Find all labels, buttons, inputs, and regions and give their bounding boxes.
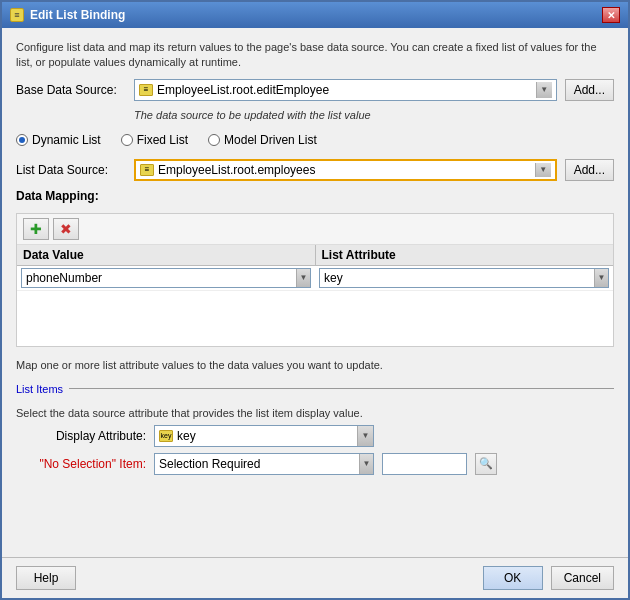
map-hint-text: Map one or more list attribute values to…: [16, 359, 614, 371]
edit-list-binding-dialog: ≡ Edit List Binding ✕ Configure list dat…: [0, 0, 630, 600]
list-items-divider: List Items: [16, 383, 614, 395]
radio-dynamic-label: Dynamic List: [32, 133, 101, 147]
add-mapping-button[interactable]: ✚: [23, 218, 49, 240]
list-data-source-combo-inner: ≡ EmployeeList.root.employees: [140, 163, 535, 177]
list-items-section: Select the data source attribute that pr…: [16, 407, 614, 475]
list-attribute-header: List Attribute: [316, 245, 614, 265]
data-mapping-label: Data Mapping:: [16, 189, 614, 203]
base-data-source-label: Base Data Source:: [16, 83, 126, 97]
data-value-combo-arrow[interactable]: ▼: [296, 269, 310, 287]
base-data-source-combo-inner: ≡ EmployeeList.root.editEmployee: [139, 83, 536, 97]
radio-fixed-list[interactable]: Fixed List: [121, 133, 188, 147]
radio-model-circle: [208, 134, 220, 146]
search-button[interactable]: 🔍: [475, 453, 497, 475]
delete-mapping-button[interactable]: ✖: [53, 218, 79, 240]
list-attribute-combo-arrow[interactable]: ▼: [594, 269, 608, 287]
data-value-combo[interactable]: phoneNumber ▼: [21, 268, 311, 288]
list-items-divider-line: [69, 388, 614, 389]
list-data-source-label: List Data Source:: [16, 163, 126, 177]
list-datasource-icon: ≡: [140, 164, 154, 176]
table-row: phoneNumber ▼ key ▼: [17, 266, 613, 291]
radio-row: Dynamic List Fixed List Model Driven Lis…: [16, 129, 614, 151]
no-selection-value: Selection Required: [155, 457, 359, 471]
list-attribute-combo[interactable]: key ▼: [319, 268, 609, 288]
no-selection-text-input[interactable]: [382, 453, 467, 475]
list-attribute-combo-text: key: [320, 271, 594, 285]
list-data-source-combo[interactable]: ≡ EmployeeList.root.employees ▼: [134, 159, 557, 181]
display-attr-icon: key: [159, 430, 173, 442]
close-button[interactable]: ✕: [602, 7, 620, 23]
no-selection-label: "No Selection" Item:: [16, 457, 146, 471]
data-mapping-section: ✚ ✖ Data Value List Attribute phoneNumbe…: [16, 213, 614, 347]
base-data-source-combo[interactable]: ≡ EmployeeList.root.editEmployee ▼: [134, 79, 557, 101]
base-data-source-hint: The data source to be updated with the l…: [134, 109, 614, 121]
dialog-body: Configure list data and map its return v…: [2, 28, 628, 557]
datasource-icon: ≡: [139, 84, 153, 96]
title-bar: ≡ Edit List Binding ✕: [2, 2, 628, 28]
ok-button[interactable]: OK: [483, 566, 543, 590]
data-value-cell: phoneNumber ▼: [17, 266, 315, 290]
no-selection-combo[interactable]: Selection Required ▼: [154, 453, 374, 475]
mapping-table-body: phoneNumber ▼ key ▼: [17, 266, 613, 346]
base-data-source-arrow[interactable]: ▼: [536, 82, 552, 98]
mapping-table-header: Data Value List Attribute: [17, 245, 613, 266]
radio-dynamic-list[interactable]: Dynamic List: [16, 133, 101, 147]
base-data-source-add-button[interactable]: Add...: [565, 79, 614, 101]
list-data-source-row: List Data Source: ≡ EmployeeList.root.em…: [16, 159, 614, 181]
display-attribute-row: Display Attribute: key key ▼: [16, 425, 614, 447]
radio-fixed-circle: [121, 134, 133, 146]
data-value-header: Data Value: [17, 245, 316, 265]
list-items-section-label: List Items: [16, 383, 63, 395]
description-text: Configure list data and map its return v…: [16, 40, 614, 71]
help-button[interactable]: Help: [16, 566, 76, 590]
radio-fixed-label: Fixed List: [137, 133, 188, 147]
dialog-footer: Help OK Cancel: [2, 557, 628, 598]
radio-model-label: Model Driven List: [224, 133, 317, 147]
list-attribute-cell: key ▼: [315, 266, 613, 290]
no-selection-arrow[interactable]: ▼: [359, 454, 373, 474]
radio-model-list[interactable]: Model Driven List: [208, 133, 317, 147]
list-data-source-arrow[interactable]: ▼: [535, 163, 551, 177]
footer-left: Help: [16, 566, 76, 590]
data-value-combo-text: phoneNumber: [22, 271, 296, 285]
list-items-description: Select the data source attribute that pr…: [16, 407, 614, 419]
title-bar-left: ≡ Edit List Binding: [10, 8, 125, 22]
list-data-source-add-button[interactable]: Add...: [565, 159, 614, 181]
display-attribute-combo[interactable]: key key ▼: [154, 425, 374, 447]
display-attribute-value: key: [177, 429, 196, 443]
list-data-source-value: EmployeeList.root.employees: [158, 163, 315, 177]
base-data-source-value: EmployeeList.root.editEmployee: [157, 83, 329, 97]
cancel-button[interactable]: Cancel: [551, 566, 614, 590]
no-selection-row: "No Selection" Item: Selection Required …: [16, 453, 614, 475]
dialog-title: Edit List Binding: [30, 8, 125, 22]
base-data-source-row: Base Data Source: ≡ EmployeeList.root.ed…: [16, 79, 614, 101]
footer-right: OK Cancel: [483, 566, 614, 590]
radio-dynamic-circle: [16, 134, 28, 146]
dialog-icon: ≡: [10, 8, 24, 22]
display-attribute-label: Display Attribute:: [16, 429, 146, 443]
display-attribute-arrow[interactable]: ▼: [357, 426, 373, 446]
mapping-toolbar: ✚ ✖: [17, 214, 613, 245]
display-attribute-combo-inner: key key: [155, 429, 357, 443]
